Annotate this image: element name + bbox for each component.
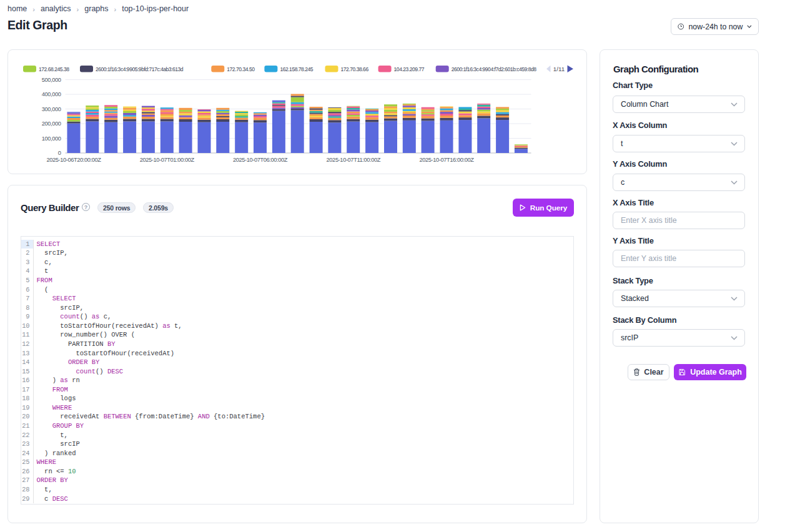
svg-text:2600:1f16:3c4:9905:9bfd:717c:4: 2600:1f16:3c4:9905:9bfd:717c:4ab3:613d (96, 66, 184, 72)
svg-text:172.70.38.66: 172.70.38.66 (341, 66, 369, 72)
svg-text:100,000: 100,000 (42, 135, 61, 142)
svg-text:0: 0 (58, 150, 61, 156)
svg-text:300,000: 300,000 (42, 106, 61, 112)
svg-text:2025-10-07T16:00:00Z: 2025-10-07T16:00:00Z (419, 157, 474, 163)
svg-text:200,000: 200,000 (42, 121, 61, 127)
svg-text:2600:1f16:3c4:9904:f7d2:601b:c: 2600:1f16:3c4:9904:f7d2:601b:c459:8d8 (452, 66, 537, 72)
svg-text:172.70.34.50: 172.70.34.50 (227, 66, 255, 72)
svg-text:2025-10-07T06:00:00Z: 2025-10-07T06:00:00Z (233, 157, 288, 163)
svg-text:172.68.245.38: 172.68.245.38 (39, 66, 69, 72)
svg-text:104.23.209.77: 104.23.209.77 (394, 66, 425, 72)
svg-text:162.158.78.245: 162.158.78.245 (280, 66, 313, 72)
svg-text:400,000: 400,000 (42, 91, 61, 97)
svg-text:500,000: 500,000 (42, 77, 61, 83)
svg-text:1/11: 1/11 (553, 66, 565, 72)
svg-text:2025-10-07T11:00:00Z: 2025-10-07T11:00:00Z (327, 157, 381, 163)
svg-text:2025-10-07T01:00:00Z: 2025-10-07T01:00:00Z (140, 157, 195, 163)
svg-text:2025-10-06T20:00:00Z: 2025-10-06T20:00:00Z (46, 157, 101, 163)
